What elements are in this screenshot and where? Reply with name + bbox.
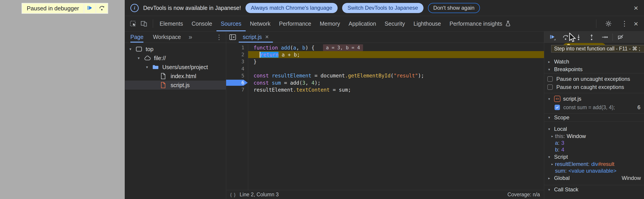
- coverage-label: Coverage: n/a: [508, 191, 540, 198]
- code-line-3[interactable]: }: [248, 58, 544, 65]
- code-line-7[interactable]: resultElement.textContent = sum;: [248, 86, 544, 93]
- navigator-menu-icon[interactable]: ⋮: [216, 33, 222, 41]
- chevron-right-icon[interactable]: ▸: [550, 134, 555, 138]
- code-line-5[interactable]: const resultElement = document.getElemen…: [248, 72, 544, 79]
- tab-page[interactable]: Page: [130, 32, 144, 43]
- scope-global-header[interactable]: ▸ Global Window: [544, 174, 644, 182]
- tree-item-index-html[interactable]: index.html: [125, 72, 226, 81]
- property-value: <value unavailable>: [568, 168, 616, 174]
- inspect-element-icon[interactable]: [129, 20, 137, 28]
- code-token: resultElement: [272, 73, 311, 79]
- scope-row-b[interactable]: b: 4: [544, 146, 644, 153]
- breakpoint-file-row[interactable]: ▾ script.js: [544, 95, 644, 103]
- gutter-line-2[interactable]: 2: [226, 51, 248, 58]
- toggle-device-toolbar-icon[interactable]: [140, 20, 148, 28]
- code-token: }: [254, 59, 257, 65]
- dont-show-again-button[interactable]: Don't show again: [428, 3, 480, 13]
- tab-console[interactable]: Console: [187, 16, 216, 31]
- tab-label: Application: [349, 21, 376, 27]
- notification-close-icon[interactable]: ×: [634, 4, 638, 12]
- chevron-down-icon: ▾: [547, 187, 552, 192]
- breakpoint-entry[interactable]: const sum = add(3, 4); 6: [544, 103, 644, 112]
- more-tabs-icon[interactable]: »: [188, 33, 192, 41]
- code-token: = add(: [281, 80, 302, 86]
- code-editor[interactable]: 1234567 function add(a, b) {a = 3, b = 4…: [226, 43, 544, 190]
- scope-row-sum[interactable]: sum: <value unavailable>: [544, 167, 644, 174]
- line-number-gutter[interactable]: 1234567: [226, 44, 248, 190]
- tab-workspace[interactable]: Workspace: [153, 32, 181, 43]
- chevron-down-icon: ▾: [547, 127, 552, 131]
- scope-row-resultelement[interactable]: ▸ resultElement: div#result: [544, 161, 644, 167]
- gutter-line-7[interactable]: 7: [226, 86, 248, 93]
- breakpoints-section-header[interactable]: ▾ Breakpoints: [544, 66, 644, 73]
- tab-label: Security: [384, 21, 405, 27]
- resume-script-button[interactable]: [546, 32, 559, 43]
- code-line-4[interactable]: [248, 65, 544, 72]
- step-button[interactable]: [598, 32, 611, 43]
- open-file-tab-script-js[interactable]: script.js ×: [239, 32, 273, 43]
- expander-triangle-icon[interactable]: ▾: [136, 56, 142, 61]
- call-stack-section-header[interactable]: ▾ Call Stack: [544, 185, 644, 194]
- tree-item-script-js[interactable]: script.js: [125, 81, 226, 90]
- tab-lighthouse[interactable]: Lighthouse: [409, 16, 445, 31]
- more-options-icon[interactable]: ⋮: [621, 20, 628, 27]
- step-out-button[interactable]: [585, 32, 598, 43]
- cursor-position-label: Line 2, Column 3: [240, 191, 279, 198]
- scope-script-header[interactable]: ▾ Script: [544, 153, 644, 161]
- scope-local-header[interactable]: ▾ Local: [544, 125, 644, 133]
- toolbar-divider: [153, 19, 153, 28]
- tab-elements[interactable]: Elements: [155, 16, 187, 31]
- tab-security[interactable]: Security: [380, 16, 409, 31]
- tab-performance[interactable]: Performance: [275, 16, 315, 31]
- chevron-right-icon[interactable]: ▸: [550, 162, 555, 166]
- switch-to-japanese-button[interactable]: Switch DevTools to Japanese: [342, 3, 424, 13]
- inline-eval-badge: a = 3, b = 4: [323, 44, 363, 51]
- folder-icon: [152, 64, 160, 71]
- scope-section-header[interactable]: ▾ Scope: [544, 113, 644, 122]
- scope-row-this[interactable]: ▸ this: Window: [544, 133, 644, 140]
- tab-performance-insights[interactable]: Performance insights: [445, 16, 516, 31]
- code-lines[interactable]: function add(a, b) {a = 3, b = 4 return …: [248, 44, 544, 190]
- property-value: 3: [561, 140, 564, 146]
- code-token: = document: [311, 73, 345, 79]
- gutter-line-4[interactable]: 4: [226, 65, 248, 72]
- deactivate-breakpoints-button[interactable]: [614, 32, 627, 43]
- banner-step-over-button[interactable]: [96, 4, 108, 13]
- tree-item-top[interactable]: ▾top: [125, 45, 226, 54]
- code-line-2[interactable]: return a + b;: [248, 51, 544, 58]
- pause-on-uncaught-checkbox[interactable]: [547, 76, 553, 82]
- always-match-language-button[interactable]: Always match Chrome's language: [246, 3, 338, 13]
- chevron-down-icon: ▾: [547, 155, 552, 159]
- banner-resume-button[interactable]: [84, 4, 96, 13]
- tab-close-icon[interactable]: ×: [265, 34, 269, 40]
- tab-sources[interactable]: Sources: [216, 16, 246, 31]
- tree-item-users-user-project[interactable]: ▾Users/user/project: [125, 63, 226, 72]
- collapse-navigator-icon[interactable]: [229, 33, 236, 41]
- breakpoint-marker-line-6[interactable]: 6: [226, 79, 248, 86]
- pause-on-uncaught-row[interactable]: Pause on uncaught exceptions: [544, 75, 644, 83]
- code-token: = sum;: [330, 87, 351, 93]
- tab-label: Lighthouse: [413, 21, 441, 27]
- code-token: 4: [311, 80, 314, 86]
- pause-on-caught-checkbox[interactable]: [547, 84, 553, 90]
- sources-navigator-pane: Page Workspace » ⋮ ▾top▾file://▾Users/us…: [125, 32, 226, 199]
- watch-label: Watch: [554, 59, 569, 65]
- toolbar-divider: [612, 34, 613, 41]
- tree-item-file[interactable]: ▾file://: [125, 54, 226, 63]
- gutter-line-3[interactable]: 3: [226, 58, 248, 65]
- gutter-line-5[interactable]: 5: [226, 72, 248, 79]
- expander-triangle-icon[interactable]: ▾: [144, 65, 150, 70]
- expander-triangle-icon[interactable]: ▾: [128, 47, 133, 52]
- breakpoint-checkbox[interactable]: [554, 105, 560, 110]
- code-line-1[interactable]: function add(a, b) {a = 3, b = 4: [248, 44, 544, 51]
- watch-section-header[interactable]: ▸ Watch: [544, 58, 644, 66]
- devtools-close-icon[interactable]: ×: [634, 20, 638, 28]
- code-line-6[interactable]: const sum = add(3, 4);: [248, 79, 544, 86]
- scope-row-a[interactable]: a: 3: [544, 140, 644, 146]
- tab-memory[interactable]: Memory: [315, 16, 344, 31]
- gutter-line-1[interactable]: 1: [226, 44, 248, 51]
- tab-application[interactable]: Application: [344, 16, 380, 31]
- tab-network[interactable]: Network: [246, 16, 275, 31]
- pause-on-caught-row[interactable]: Pause on caught exceptions: [544, 83, 644, 91]
- settings-gear-icon[interactable]: [604, 20, 612, 28]
